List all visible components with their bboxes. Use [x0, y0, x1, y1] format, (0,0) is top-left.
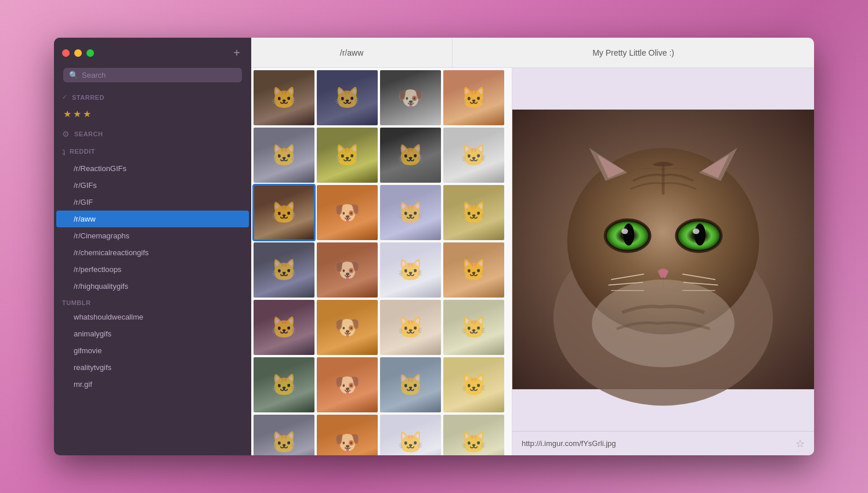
sidebar-item-gif[interactable]: /r/GIF [56, 194, 249, 211]
thumb-animal-icon: 🐱 [254, 242, 314, 298]
search-icon: 🔍 [69, 71, 78, 79]
thumb-animal-icon: 🐱 [317, 128, 378, 183]
thumbnail-25[interactable]: 🐶 [317, 415, 378, 455]
thumb-animal-icon: 🐱 [443, 300, 504, 355]
thumbnail-23[interactable]: 🐱 [443, 357, 504, 412]
thumbnail-18[interactable]: 🐱 [380, 300, 441, 355]
grid-row: 🐱 🐱 🐱 🐱 [254, 128, 509, 183]
starred-section-header: ✓ STARRED [54, 89, 251, 105]
thumbnail-12[interactable]: 🐱 [254, 242, 314, 298]
thumbnail-26[interactable]: 🐱 [380, 415, 441, 455]
check-icon: ✓ [62, 93, 67, 101]
grid-row: 🐱 🐶 🐱 🐱 [254, 242, 509, 298]
thumb-animal-icon: 🐶 [317, 415, 378, 455]
titlebar: + [54, 38, 251, 68]
detail-footer: http://i.imgur.com/fYsGrli.jpg ☆ [512, 431, 814, 455]
thumb-animal-icon: 🐱 [380, 357, 441, 412]
thumb-animal-icon: 🐱 [380, 300, 441, 355]
thumb-animal-icon: 🐱 [380, 242, 441, 298]
thumb-animal-icon: 🐱 [443, 242, 504, 298]
thumb-animal-icon: 🐶 [317, 300, 378, 355]
sidebar-item-mrgif[interactable]: mr.gif [56, 376, 249, 393]
thumbnail-1[interactable]: 🐱 [317, 70, 378, 125]
thumbnail-11[interactable]: 🐱 [443, 185, 504, 240]
thumbnail-8-selected[interactable]: 🐱 [254, 185, 314, 240]
sidebar-item-realitytvgifs[interactable]: realitytvgifs [56, 359, 249, 376]
starred-label: STARRED [72, 94, 104, 101]
thumb-animal-icon: 🐶 [317, 185, 378, 240]
star-button[interactable]: ☆ [795, 437, 805, 450]
minimize-button[interactable] [74, 49, 82, 57]
thumbnail-27[interactable]: 🐱 [443, 415, 504, 455]
sidebar-item-chemicalreactiongifs[interactable]: /r/chemicalreactiongifs [56, 244, 249, 261]
sidebar-item-gifs[interactable]: /r/GIFs [56, 177, 249, 194]
thumbnail-22[interactable]: 🐱 [380, 357, 441, 412]
thumbnail-15[interactable]: 🐱 [443, 242, 504, 298]
close-button[interactable] [62, 49, 70, 57]
search-section-header: ⚙ SEARCH [54, 125, 251, 143]
thumb-animal-icon: 🐱 [380, 415, 441, 455]
header-bar: /r/aww My Pretty Little Olive :) [251, 38, 814, 68]
grid-row: 🐱 🐶 🐱 🐱 [254, 300, 509, 355]
thumbnail-24[interactable]: 🐱 [254, 415, 314, 455]
thumbnail-17[interactable]: 🐶 [317, 300, 378, 355]
svg-point-10 [623, 224, 634, 246]
search-label: SEARCH [74, 130, 103, 137]
thumbnail-16[interactable]: 🐱 [254, 300, 314, 355]
sidebar-item-perfectloops[interactable]: /r/perfectloops [56, 261, 249, 278]
reddit-section-header: ʇ REDDIT [54, 143, 251, 160]
maximize-button[interactable] [86, 49, 94, 57]
add-button[interactable]: + [230, 46, 243, 59]
grid-row: 🐱 🐱 🐶 🐱 [254, 70, 509, 125]
sidebar-item-animalygifs[interactable]: animalygifs [56, 325, 249, 342]
search-input[interactable] [82, 71, 236, 79]
thumb-animal-icon: 🐶 [317, 242, 378, 298]
thumb-animal-icon: 🐶 [317, 357, 378, 412]
thumb-animal-icon: 🐱 [443, 415, 504, 455]
header-right-title: My Pretty Little Olive :) [453, 38, 814, 67]
search-bar: 🔍 [63, 68, 242, 82]
thumb-animal-icon: 🐱 [254, 357, 314, 412]
thumbnail-6[interactable]: 🐱 [380, 128, 441, 183]
thumb-animal-icon: 🐱 [317, 70, 378, 125]
starred-item[interactable]: ★★★ [54, 105, 251, 125]
sidebar-item-reactiongifs[interactable]: /r/ReactionGIFs [56, 160, 249, 177]
thumb-animal-icon: 🐱 [443, 185, 504, 240]
sidebar-item-highqualitygifs[interactable]: /r/highqualitygifs [56, 278, 249, 295]
thumbnail-21[interactable]: 🐶 [317, 357, 378, 412]
thumbnail-10[interactable]: 🐱 [380, 185, 441, 240]
thumbnail-9[interactable]: 🐶 [317, 185, 378, 240]
thumbnail-0[interactable]: 🐱 [254, 70, 314, 125]
thumb-animal-icon: 🐱 [254, 70, 314, 125]
tumblr-label: TUMBLR [54, 295, 251, 309]
sidebar-scroll: ✓ STARRED ★★★ ⚙ SEARCH ʇ REDDIT /r/React… [54, 89, 251, 455]
content-area: 🐱 🐱 🐶 🐱 🐱 [251, 68, 814, 455]
thumbnail-20[interactable]: 🐱 [254, 357, 314, 412]
grid-row: 🐱 🐶 🐱 🐱 [254, 185, 509, 240]
thumbnail-13[interactable]: 🐶 [317, 242, 378, 298]
thumbnail-3[interactable]: 🐱 [443, 70, 504, 125]
thumb-animal-icon: 🐱 [254, 300, 314, 355]
svg-point-11 [621, 229, 628, 234]
thumb-animal-icon: 🐱 [254, 185, 314, 240]
thumbnail-2[interactable]: 🐶 [380, 70, 441, 125]
sidebar-item-gifmovie[interactable]: gifmovie [56, 342, 249, 359]
thumbnail-19[interactable]: 🐱 [443, 300, 504, 355]
cat-portrait-svg [512, 68, 814, 431]
thumb-animal-icon: 🐱 [380, 128, 441, 183]
main-window: + 🔍 ✓ STARRED ★★★ ⚙ SEARCH ʇ RE [54, 38, 814, 455]
subreddit-title: /r/aww [340, 48, 363, 57]
sidebar-item-aww[interactable]: /r/aww [56, 211, 249, 227]
thumbnail-14[interactable]: 🐱 [380, 242, 441, 298]
thumbnail-7[interactable]: 🐱 [443, 128, 504, 183]
sidebar-item-cinemagraphs[interactable]: /r/Cinemagraphs [56, 227, 249, 244]
thumb-animal-icon: 🐶 [380, 70, 441, 125]
thumbnail-grid: 🐱 🐱 🐶 🐱 🐱 [251, 68, 512, 455]
grid-row: 🐱 🐶 🐱 🐱 [254, 415, 509, 455]
svg-point-15 [693, 229, 699, 234]
thumb-animal-icon: 🐱 [380, 185, 441, 240]
thumbnail-5[interactable]: 🐱 [317, 128, 378, 183]
header-left-title: /r/aww [251, 38, 453, 67]
sidebar-item-whatshouldwecallme[interactable]: whatshouldwecallme [56, 309, 249, 325]
thumbnail-4[interactable]: 🐱 [254, 128, 314, 183]
